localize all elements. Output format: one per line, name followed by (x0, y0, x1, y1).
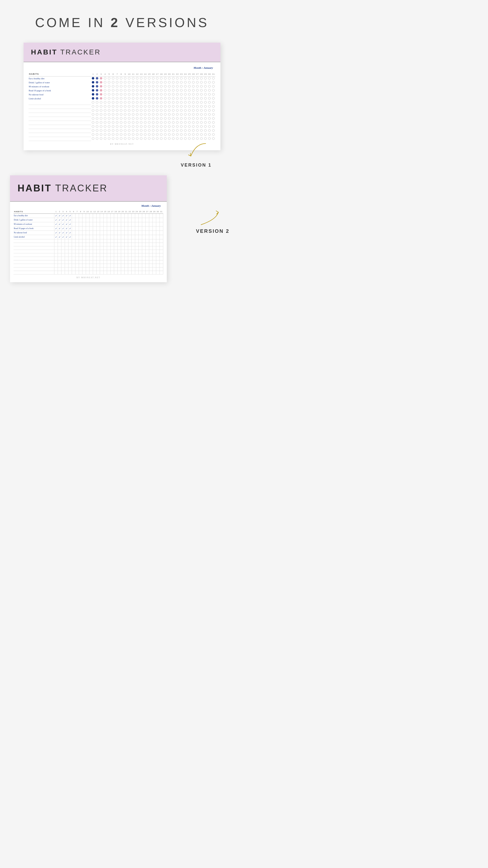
habit-name-cell: Drink 1 gallon of water (13, 218, 55, 222)
empty-cell (132, 271, 135, 274)
circle-cell (171, 85, 175, 89)
circle-cell (171, 97, 175, 101)
circle-cell (155, 89, 159, 93)
empty-cell (93, 243, 97, 246)
version1-title: HABIT TRACKER (31, 48, 213, 56)
circle-cell (127, 108, 131, 113)
habit-name-cell: Read 10 pages of a book (13, 226, 55, 230)
empty-cell (93, 250, 97, 253)
check-cell (142, 230, 146, 235)
empty-cell (142, 264, 146, 267)
circle-cell (147, 93, 151, 97)
circle-cell (143, 76, 147, 81)
circle-cell (195, 97, 199, 101)
empty-cell (55, 264, 58, 267)
circle-cell (212, 104, 216, 108)
circle-cell (203, 137, 207, 141)
empty-cell (97, 267, 100, 271)
circle-cell (131, 108, 135, 113)
empty-cell (65, 267, 68, 271)
empty-cell (146, 271, 149, 274)
circle-cell (107, 76, 111, 81)
circle-cell (183, 133, 187, 137)
circle-cell (131, 125, 135, 129)
circle-cell (135, 97, 139, 101)
empty-cell (110, 243, 114, 246)
empty-cell (118, 267, 121, 271)
circle-cell (99, 104, 103, 108)
empty-cell (100, 264, 104, 267)
circle-cell (171, 137, 175, 141)
empty-cell (125, 250, 128, 253)
circle-cell (115, 101, 119, 104)
circle-cell (199, 85, 203, 89)
empty-cell (160, 250, 163, 253)
circle-cell (175, 117, 179, 121)
circle-cell (127, 85, 131, 89)
circle-cell (175, 85, 179, 89)
circle-cell (123, 133, 127, 137)
empty-cell (132, 253, 135, 257)
empty-cell (55, 257, 58, 260)
check-cell (135, 226, 139, 230)
circle-cell (135, 89, 139, 93)
empty-cell (114, 267, 118, 271)
circle-cell (179, 76, 183, 81)
circle-cell (195, 125, 199, 129)
circle-cell (203, 125, 207, 129)
empty-cell (104, 246, 107, 250)
circle-cell (187, 101, 191, 104)
circle-cell (127, 101, 131, 104)
circle-cell (131, 117, 135, 121)
empty-cell (72, 239, 75, 243)
check-cell (142, 235, 146, 239)
empty-cell (139, 267, 142, 271)
empty-cell (118, 260, 121, 264)
check-cell (118, 226, 121, 230)
empty-cell (128, 239, 132, 243)
circle-cell (195, 89, 199, 93)
circle-cell (163, 97, 167, 101)
circle-cell (119, 133, 123, 137)
empty-cell (128, 250, 132, 253)
empty-cell (135, 271, 139, 274)
empty-cell (65, 253, 68, 257)
check-cell (72, 214, 75, 218)
empty-cell (142, 239, 146, 243)
circle-cell (107, 113, 111, 117)
habit-name-cell: 90 minutes of workout (29, 85, 91, 89)
check-cell: ✓ (68, 222, 72, 226)
empty-cell (121, 257, 125, 260)
check-cell (93, 230, 97, 235)
check-cell (160, 214, 163, 218)
circle-cell (203, 76, 207, 81)
check-cell (156, 214, 160, 218)
circle-cell (171, 125, 175, 129)
circle-cell (179, 108, 183, 113)
table-row: Limit alcohol (29, 97, 216, 101)
version2-annotation: VERSION 2 (196, 207, 229, 234)
circle-cell (107, 129, 111, 133)
empty-cell (160, 257, 163, 260)
check-cell (118, 235, 121, 239)
circle-cell (103, 89, 107, 93)
empty-cell (65, 271, 68, 274)
circle-cell (127, 125, 131, 129)
check-cell (83, 218, 86, 222)
empty-cell (142, 243, 146, 246)
circle-cell (103, 125, 107, 129)
circle-cell (191, 93, 195, 97)
circle-cell (99, 89, 103, 93)
empty-cell (135, 267, 139, 271)
circle-cell (183, 137, 187, 141)
circle-cell (203, 97, 207, 101)
empty-cell (121, 246, 125, 250)
empty-cell (128, 257, 132, 260)
circle-cell (123, 125, 127, 129)
circle-cell (99, 117, 103, 121)
circle-cell (183, 113, 187, 117)
circle-cell (91, 121, 95, 125)
circle-cell (195, 113, 199, 117)
circle-cell (187, 104, 191, 108)
check-cell (107, 235, 110, 239)
